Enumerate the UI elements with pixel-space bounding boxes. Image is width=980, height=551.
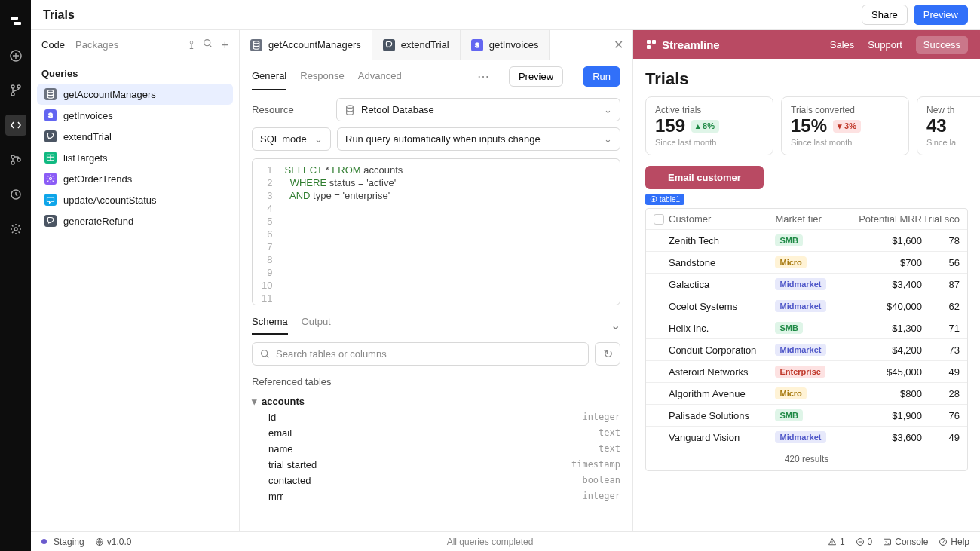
stat-card: Trials converted15%▾ 3%Since last month	[781, 96, 909, 155]
svg-rect-20	[647, 40, 651, 44]
search-icon[interactable]	[203, 38, 213, 52]
svg-point-10	[14, 228, 17, 231]
history-icon[interactable]	[5, 184, 26, 205]
logo-icon[interactable]	[5, 11, 26, 32]
table-row[interactable]: Conduit CorporationMidmarket$4,20073	[646, 339, 967, 361]
sql-editor[interactable]: 1234567891011 SELECT * FROM accounts WHE…	[252, 158, 620, 305]
database-icon	[345, 105, 355, 115]
caret-down-icon: ▾	[252, 396, 257, 407]
git-icon[interactable]	[5, 149, 26, 170]
pin-icon[interactable]: ⟟	[189, 38, 194, 52]
query-item-getInvoices[interactable]: SgetInvoices	[37, 105, 233, 126]
column-email[interactable]: emailtext	[252, 425, 620, 441]
table-row[interactable]: GalacticaMidmarket$3,40087	[646, 274, 967, 295]
column-contacted[interactable]: contactedboolean	[252, 473, 620, 488]
sql-mode-select[interactable]: SQL mode⌄	[252, 127, 331, 151]
console-button[interactable]: Console	[883, 537, 928, 547]
code-icon[interactable]	[5, 115, 26, 136]
column-mrr[interactable]: mrrinteger	[252, 488, 620, 504]
add-icon[interactable]	[5, 45, 26, 66]
errors[interactable]: 0	[856, 537, 873, 547]
nav-success[interactable]: Success	[916, 36, 968, 54]
preview-title: Trials	[633, 59, 980, 96]
schema-search[interactable]: Search tables or columns	[252, 342, 589, 366]
help-button[interactable]: Help	[939, 537, 969, 547]
query-type-icon	[44, 173, 57, 185]
resource-select[interactable]: Retool Database ⌄	[336, 98, 620, 121]
chevron-down-icon: ⌄	[314, 133, 323, 145]
tab-packages[interactable]: Packages	[75, 39, 118, 51]
nav-support[interactable]: Support	[868, 39, 902, 51]
table-row[interactable]: Vanguard VisionMidmarket$3,60049	[646, 427, 967, 448]
branch-icon[interactable]	[5, 80, 26, 101]
svg-point-18	[347, 105, 354, 108]
settings-icon[interactable]	[5, 219, 26, 240]
subtab-general[interactable]: General	[252, 63, 286, 90]
query-type-icon: S	[471, 39, 483, 51]
editor-tab-extendTrial[interactable]: extendTrial	[372, 30, 461, 60]
more-icon[interactable]: ⋯	[477, 69, 489, 84]
table-row[interactable]: Palisade SolutionsSMB$1,90076	[646, 405, 967, 427]
svg-point-12	[47, 90, 54, 93]
select-all-checkbox[interactable]	[654, 214, 664, 225]
share-button[interactable]: Share	[862, 5, 908, 25]
svg-rect-22	[647, 45, 651, 49]
globe-icon	[95, 537, 104, 546]
queries-header: Queries	[31, 60, 239, 84]
query-item-updateAccountStatus[interactable]: updateAccountStatus	[37, 189, 233, 210]
table-node[interactable]: ▾accounts	[252, 393, 620, 409]
env-badge[interactable]: Staging	[41, 537, 84, 547]
svg-point-19	[262, 350, 268, 357]
column-trial-started[interactable]: trial startedtimestamp	[252, 457, 620, 473]
refresh-button[interactable]: ↻	[595, 342, 620, 366]
query-type-icon	[44, 215, 57, 227]
run-mode-select[interactable]: Run query automatically when inputs chan…	[337, 127, 620, 151]
nav-sales[interactable]: Sales	[830, 39, 855, 51]
query-type-icon	[44, 194, 57, 206]
output-tab[interactable]: Output	[302, 316, 331, 335]
run-button[interactable]: Run	[583, 66, 620, 87]
table-component-tag[interactable]: ⦿ table1	[645, 194, 684, 205]
query-type-icon	[250, 39, 262, 51]
close-tab-icon[interactable]: ✕	[605, 38, 632, 52]
preview-button[interactable]: Preview	[914, 5, 968, 25]
table-row[interactable]: Zenith TechSMB$1,60078	[646, 230, 967, 252]
warnings[interactable]: 1	[828, 537, 845, 547]
email-customer-button[interactable]: Email customer	[645, 166, 764, 189]
col-tier[interactable]: Market tier	[775, 213, 855, 225]
status-bar: Staging v1.0.0 All queries completed 1 0…	[31, 531, 980, 551]
col-score[interactable]: Trial sco	[922, 213, 960, 225]
svg-point-6	[11, 155, 14, 158]
table-row[interactable]: Algorithm AvenueMicro$80028	[646, 383, 967, 405]
table-row[interactable]: Helix Inc.SMB$1,30071	[646, 317, 967, 339]
editor-tab-getAccountManagers[interactable]: getAccountManagers	[240, 30, 372, 60]
col-mrr[interactable]: Potential MRR	[856, 213, 922, 225]
query-item-getAccountManagers[interactable]: getAccountManagers	[37, 84, 233, 105]
chevron-down-icon[interactable]: ⌄	[611, 318, 620, 332]
col-customer[interactable]: Customer	[669, 213, 775, 225]
table-row[interactable]: Asteroid NetworksEnterprise$45,00049	[646, 361, 967, 383]
query-type-icon	[383, 39, 395, 51]
editor-panel: getAccountManagersextendTrialSgetInvoice…	[240, 30, 633, 531]
subtab-response[interactable]: Response	[300, 63, 345, 90]
preview-query-button[interactable]: Preview	[509, 66, 563, 87]
subtab-advanced[interactable]: Advanced	[358, 63, 402, 90]
query-item-listTargets[interactable]: listTargets	[37, 147, 233, 168]
tab-code[interactable]: Code	[41, 39, 65, 51]
ref-tables-label: Referenced tables	[240, 373, 632, 393]
top-bar: Trials Share Preview	[31, 0, 980, 30]
editor-tab-getInvoices[interactable]: SgetInvoices	[461, 30, 550, 60]
column-id[interactable]: idinteger	[252, 409, 620, 425]
add-query-icon[interactable]: +	[222, 38, 228, 52]
query-item-extendTrial[interactable]: extendTrial	[37, 126, 233, 147]
query-item-getOrderTrends[interactable]: getOrderTrends	[37, 168, 233, 189]
stat-card: New th43Since la	[917, 96, 980, 155]
stat-card: Active trials159▴ 8%Since last month	[645, 96, 773, 155]
svg-rect-1	[14, 22, 21, 25]
column-name[interactable]: nametext	[252, 441, 620, 457]
table-row[interactable]: SandstoneMicro$70056	[646, 252, 967, 274]
svg-point-11	[204, 39, 210, 45]
query-item-generateRefund[interactable]: generateRefund	[37, 210, 233, 231]
table-row[interactable]: Ocelot SystemsMidmarket$40,00062	[646, 295, 967, 317]
schema-tab[interactable]: Schema	[252, 316, 288, 335]
